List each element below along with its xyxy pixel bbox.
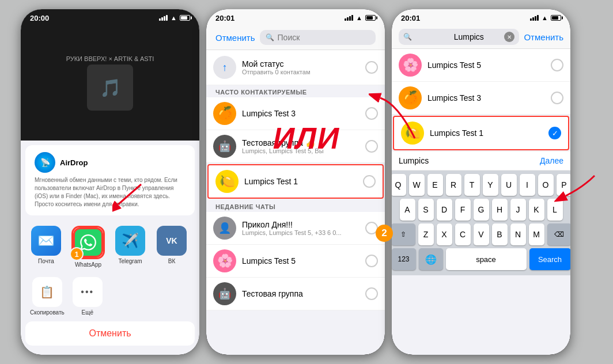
key-q[interactable]: Q <box>392 174 406 196</box>
key-g[interactable]: G <box>474 199 489 221</box>
contact-item-group2[interactable]: 🤖 Тестовая группа <box>206 278 385 310</box>
radio-test5[interactable] <box>365 255 378 267</box>
app-item-mail[interactable]: ✉️ Почта <box>30 226 62 268</box>
radio-test1[interactable] <box>363 175 376 188</box>
key-r[interactable]: R <box>446 174 461 196</box>
key-a[interactable]: A <box>400 199 415 221</box>
app-item-vk[interactable]: VK ВК <box>156 226 188 268</box>
my-status-radio[interactable] <box>365 61 378 74</box>
keyword-row: Lumpics Далее <box>392 151 570 170</box>
badge-2: 2 <box>376 225 393 242</box>
action-copy-label: Скопировать <box>30 309 65 316</box>
key-v[interactable]: V <box>474 223 489 245</box>
app-label-vk: ВК <box>168 258 176 264</box>
next-button[interactable]: Далее <box>540 156 563 165</box>
wifi-icon-1: ▲ <box>171 14 177 21</box>
search-active-field[interactable]: 🔍 Lumpics ✕ <box>399 29 519 45</box>
nav-bar-2: Отменить 🔍 <box>206 25 385 50</box>
signal-icon-1 <box>159 15 168 21</box>
contact-sub-prikol: Lumpics, Lumpics Test 5, +33 6 0... <box>242 229 360 236</box>
key-x[interactable]: X <box>437 223 452 245</box>
key-i[interactable]: I <box>520 174 535 196</box>
key-o[interactable]: O <box>538 174 554 196</box>
search-input-2[interactable] <box>278 33 370 42</box>
cancel-link-2[interactable]: Отменить <box>215 33 255 43</box>
key-t[interactable]: T <box>464 174 480 196</box>
my-status-row: ↑ Мой статус Отправить 0 контактам <box>206 50 385 85</box>
more-icon: ••• <box>73 277 103 307</box>
contact-item-test5[interactable]: 🌸 Lumpics Test 5 <box>206 245 385 278</box>
key-n[interactable]: N <box>510 223 526 245</box>
key-e[interactable]: E <box>427 174 443 196</box>
battery-icon-2 <box>365 15 376 21</box>
search-key[interactable]: Search <box>529 248 571 270</box>
phone-1: 20:00 ▲ РУКИ ВВЕРХ! × ARTIK & ASTI 🎵 <box>21 9 199 355</box>
action-copy[interactable]: 📋 Скопировать <box>30 277 65 316</box>
status-icons-3: ▲ <box>530 14 561 21</box>
airdrop-icon: 📡 <box>35 152 55 173</box>
app-item-telegram[interactable]: ✈️ Telegram <box>114 226 146 268</box>
radio-3-test1-checked[interactable] <box>548 127 561 139</box>
key-b[interactable]: B <box>492 223 508 245</box>
key-f[interactable]: F <box>455 199 471 221</box>
contact-info-test1: Lumpics Test 1 <box>244 177 357 186</box>
radio-group2[interactable] <box>365 287 378 300</box>
space-key[interactable]: space <box>446 248 527 270</box>
status-icons-2: ▲ <box>345 14 376 21</box>
contact-name-3-test3: Lumpics Test 3 <box>427 93 545 103</box>
cancel-button-1[interactable]: Отменить <box>25 321 195 346</box>
airdrop-section: 📡 AirDrop Мгновенный обмен данными с тем… <box>25 145 195 215</box>
action-more[interactable]: ••• Ещё <box>71 277 104 316</box>
key-z[interactable]: Z <box>418 223 434 245</box>
status-time-3: 20:01 <box>401 14 420 22</box>
music-title: РУКИ ВВЕРХ! × ARTIK & ASTI <box>66 55 154 62</box>
phone-3: 20:01 ▲ 🔍 Lumpics ✕ <box>392 9 570 355</box>
contact-name-test5: Lumpics Test 5 <box>242 256 360 266</box>
my-status-icon: ↑ <box>213 56 236 79</box>
key-j[interactable]: J <box>510 199 526 221</box>
main-container: ИЛИ 20:00 ▲ РУКИ ВВЕРХ! <box>0 0 613 364</box>
contact-info-3-test3: Lumpics Test 3 <box>427 93 545 103</box>
battery-icon-3 <box>551 15 561 21</box>
key-y[interactable]: Y <box>483 174 498 196</box>
key-k[interactable]: K <box>529 199 544 221</box>
kb-row-2: A S D F G H J K L <box>394 199 568 221</box>
app-item-whatsapp[interactable]: 1 WhatsApp <box>71 226 105 268</box>
delete-key[interactable]: ⌫ <box>547 223 571 245</box>
avatar-test3: 🍊 <box>213 102 236 125</box>
contact-item-prikol[interactable]: 👤 Прикол Дня!!! Lumpics, Lumpics Test 5,… <box>206 212 385 245</box>
svg-line-1 <box>118 184 141 204</box>
section-recent: НЕДАВНИЕ ЧАТЫ <box>206 200 385 212</box>
num-key[interactable]: 123 <box>392 248 416 270</box>
airdrop-title: AirDrop <box>60 158 88 167</box>
clear-button[interactable]: ✕ <box>504 32 514 42</box>
radio-3-test3[interactable] <box>551 92 563 104</box>
cancel-link-3[interactable]: Отменить <box>524 32 563 42</box>
key-w[interactable]: W <box>409 174 425 196</box>
key-u[interactable]: U <box>501 174 517 196</box>
badge-number: 1 <box>70 247 84 261</box>
contact-item-test1[interactable]: 🍋 Lumpics Test 1 <box>207 164 384 199</box>
status-time-2: 20:01 <box>215 14 234 22</box>
key-c[interactable]: C <box>455 223 471 245</box>
key-s[interactable]: S <box>418 199 434 221</box>
contact-item-3-test5[interactable]: 🌸 Lumpics Test 5 <box>392 49 570 82</box>
key-h[interactable]: H <box>492 199 508 221</box>
album-art: 🎵 <box>87 65 133 111</box>
apps-row: ✉️ Почта 1 <box>21 220 199 274</box>
contact-info-test5: Lumpics Test 5 <box>242 256 360 266</box>
kb-row-4: 123 🌐 space Search <box>394 248 568 270</box>
phone-1-screen: 20:00 ▲ РУКИ ВВЕРХ! × ARTIK & ASTI 🎵 <box>21 9 199 355</box>
key-m[interactable]: M <box>529 223 544 245</box>
search-field-2[interactable]: 🔍 <box>260 30 376 45</box>
copy-icon: 📋 <box>32 277 62 307</box>
shift-key[interactable]: ⇧ <box>392 223 415 245</box>
contact-info-3-test1: Lumpics Test 1 <box>430 128 543 138</box>
contact-info-3-test5: Lumpics Test 5 <box>427 60 545 70</box>
key-d[interactable]: D <box>437 199 452 221</box>
radio-3-test5[interactable] <box>551 59 563 71</box>
globe-key[interactable]: 🌐 <box>419 248 443 270</box>
or-label: ИЛИ <box>273 121 340 156</box>
arrow-test1 <box>554 170 600 204</box>
avatar-group: 🤖 <box>213 135 236 158</box>
